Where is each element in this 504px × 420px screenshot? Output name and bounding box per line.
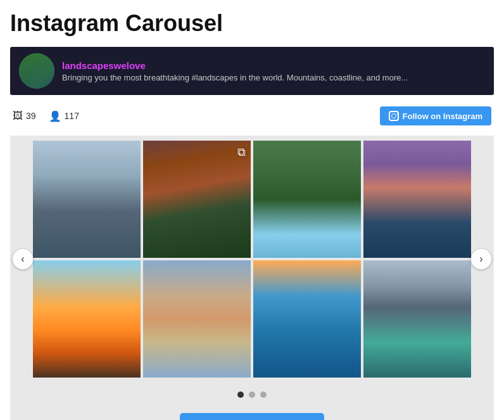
profile-info: landscapeswelove Bringing you the most b… [62, 60, 408, 82]
follow-top-label: Follow on Instagram [403, 111, 482, 121]
posts-icon: 🖼 [13, 110, 23, 122]
grid-item-7[interactable] [253, 260, 361, 378]
dots-container [10, 383, 494, 404]
grid-item-2[interactable]: ⧉ [143, 141, 251, 258]
grid-item-4[interactable] [363, 141, 471, 258]
carousel-prev-button[interactable]: ‹ [13, 249, 33, 269]
grid-item-8[interactable] [363, 260, 471, 378]
instagram-icon-top [389, 111, 399, 121]
follow-top-button[interactable]: Follow on Instagram [380, 106, 491, 125]
carousel-next-button[interactable]: › [471, 249, 491, 269]
followers-stat: 👤 117 [49, 110, 79, 122]
followers-icon: 👤 [49, 110, 61, 122]
grid-item-5[interactable] [33, 260, 141, 378]
page-title: Instagram Carousel [10, 10, 494, 37]
followers-count: 117 [65, 111, 79, 121]
carousel-container: ‹ ⧉ › [10, 136, 494, 383]
carousel-dot-1[interactable] [237, 391, 244, 398]
image-grid: ⧉ [33, 141, 471, 378]
posts-stat: 🖼 39 [13, 110, 36, 122]
grid-item-6[interactable] [143, 260, 251, 378]
profile-bio: Bringing you the most breathtaking #land… [62, 73, 408, 82]
posts-count: 39 [26, 111, 36, 121]
multi-image-icon: ⧉ [237, 146, 246, 159]
follow-bottom-container: Follow on Instagram [10, 404, 494, 420]
page-wrapper: Instagram Carousel landscapeswelove Brin… [0, 0, 504, 420]
stats-bar: 🖼 39 👤 117 Follow on Instagram [10, 101, 494, 130]
grid-item-1[interactable] [33, 141, 141, 258]
grid-item-3[interactable] [253, 141, 361, 258]
carousel-dot-3[interactable] [260, 391, 267, 398]
profile-username[interactable]: landscapeswelove [62, 60, 408, 71]
profile-banner: landscapeswelove Bringing you the most b… [10, 47, 494, 95]
carousel-dot-2[interactable] [249, 391, 255, 398]
follow-bottom-button[interactable]: Follow on Instagram [180, 413, 324, 420]
avatar [19, 53, 54, 89]
